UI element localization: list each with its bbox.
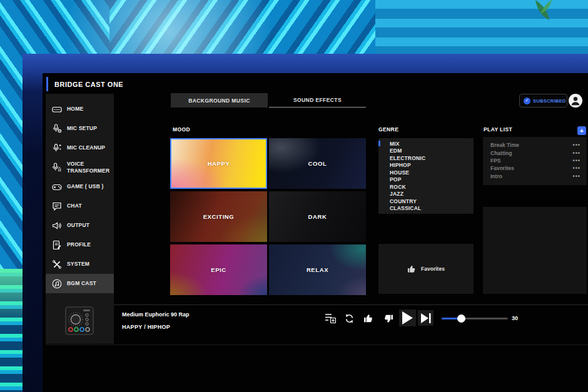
mood-tile-relax[interactable]: RELAX <box>269 244 366 295</box>
playlist-item-intro[interactable]: Intro ••• <box>483 173 587 180</box>
sidebar: HOME MIC SETUP MIC CLEANUP <box>46 94 114 344</box>
sidebar-item-voice-transformer[interactable]: VOICE TRANSFORMER <box>46 158 114 177</box>
tab-label: SOUND EFFECTS <box>293 97 342 103</box>
sidebar-item-output[interactable]: OUTPUT <box>46 216 114 235</box>
playlist-item-break-time[interactable]: Break Time ••• <box>483 141 587 149</box>
mood-tile-cool[interactable]: COOL <box>269 138 366 189</box>
sidebar-item-mic-cleanup[interactable]: MIC CLEANUP <box>46 138 114 158</box>
mood-tile-dark[interactable]: DARK <box>269 191 366 242</box>
subscribed-label: SUBSCRIBED <box>533 98 566 104</box>
voice-transformer-icon <box>52 163 62 173</box>
mood-tile-exciting[interactable]: EXCITING <box>170 191 267 242</box>
sidebar-item-mic-setup[interactable]: MIC SETUP <box>46 119 114 138</box>
genre-item-electronic[interactable]: ELECTRONIC <box>378 154 474 162</box>
shelf-glow <box>0 269 23 325</box>
genre-list: MIX EDM ELECTRONIC HIPHOP HOUSE POP ROCK… <box>378 138 474 214</box>
genre-item-house[interactable]: HOUSE <box>378 169 474 176</box>
genre-item-pop[interactable]: POP <box>378 176 474 184</box>
chat-bubble-icon <box>52 201 62 211</box>
sidebar-item-label: MIC SETUP <box>67 125 112 132</box>
mood-tile-label: EXCITING <box>203 213 235 220</box>
volume-value: 30 <box>512 315 518 321</box>
favorites-label: Favorites <box>421 266 445 272</box>
genre-item-classical[interactable]: CLASSICAL <box>378 205 474 213</box>
subscribed-badge[interactable]: ✓ SUBSCRIBED <box>519 94 567 108</box>
thumbs-down-icon <box>383 313 393 324</box>
mood-tile-happy[interactable]: HAPPY <box>170 138 267 189</box>
play-icon <box>402 311 413 324</box>
mic-cleanup-icon <box>52 143 62 153</box>
sidebar-item-bgm-cast[interactable]: BGM CAST <box>46 274 114 293</box>
title-accent-bar <box>46 77 48 91</box>
sidebar-item-label: CHAT <box>67 203 112 209</box>
sidebar-item-label: MIC CLEANUP <box>67 144 112 151</box>
playlist-item-favorites[interactable]: Favorites ••• <box>483 164 587 172</box>
device-icon <box>65 306 94 335</box>
window-bottom-edge <box>46 344 588 345</box>
tools-icon <box>52 259 62 269</box>
player-divider <box>114 304 588 305</box>
add-to-playlist-button[interactable] <box>325 313 336 324</box>
sidebar-item-label: HOME <box>67 106 112 113</box>
add-playlist-button[interactable]: + <box>577 126 586 135</box>
sidebar-item-system[interactable]: SYSTEM <box>46 254 114 274</box>
genre-item-rock[interactable]: ROCK <box>378 183 474 191</box>
playlist-panel: Break Time ••• Chatting ••• FPS ••• Favo… <box>483 137 587 185</box>
sidebar-item-label: SYSTEM <box>67 261 112 268</box>
skip-next-button[interactable] <box>418 310 433 326</box>
mic-setup-icon <box>52 124 62 134</box>
gamepad-icon <box>52 182 62 192</box>
sidebar-item-label: OUTPUT <box>67 222 112 229</box>
tab-background-music[interactable]: BACKGROUND MUSIC <box>171 93 268 108</box>
genre-item-country[interactable]: COUNTRY <box>378 198 474 205</box>
thumbs-down-button[interactable] <box>383 313 393 324</box>
playlist-section-label: PLAY LIST <box>484 126 512 133</box>
sidebar-item-label: PROFILE <box>67 241 112 248</box>
genre-item-edm[interactable]: EDM <box>378 148 474 155</box>
track-title: Medium Euphoric 90 Rap <box>122 311 190 318</box>
genre-section-label: GENRE <box>378 126 398 133</box>
tab-sound-effects[interactable]: SOUND EFFECTS <box>269 93 366 108</box>
sidebar-item-label: VOICE TRANSFORMER <box>67 161 112 174</box>
account-avatar[interactable] <box>569 94 582 108</box>
mood-tile-label: EPIC <box>211 266 226 273</box>
thumbs-up-button[interactable] <box>363 313 374 324</box>
genre-item-hiphop[interactable]: HIPHOP <box>378 162 474 169</box>
sidebar-item-label: BGM CAST <box>67 280 112 287</box>
speaker-icon <box>52 221 62 231</box>
bridge-cast-device-image <box>65 306 94 335</box>
track-tags: HAPPY / HIPHOP <box>122 324 170 330</box>
repeat-button[interactable] <box>344 313 355 324</box>
mood-section-label: MOOD <box>173 126 190 133</box>
favorites-button[interactable]: Favorites <box>378 244 474 294</box>
music-note-icon <box>52 279 62 289</box>
skip-next-icon <box>421 313 431 323</box>
genre-item-mix[interactable]: MIX <box>378 140 474 148</box>
sidebar-item-home[interactable]: HOME <box>46 99 114 119</box>
volume-slider-thumb[interactable] <box>457 314 465 323</box>
check-icon: ✓ <box>524 98 530 104</box>
sidebar-item-game-usb[interactable]: GAME ( USB ) <box>46 177 114 196</box>
mood-tile-epic[interactable]: EPIC <box>170 244 267 295</box>
tab-label: BACKGROUND MUSIC <box>188 98 250 104</box>
playlist-detail-panel <box>483 207 587 294</box>
mood-tile-label: HAPPY <box>208 160 230 167</box>
sidebar-item-chat[interactable]: CHAT <box>46 196 114 216</box>
playlist-add-icon <box>325 313 336 324</box>
sidebar-nav: HOME MIC SETUP MIC CLEANUP <box>46 99 114 293</box>
playlist-item-fps[interactable]: FPS ••• <box>483 157 587 164</box>
sidebar-item-label: GAME ( USB ) <box>67 183 112 190</box>
mood-tile-label: COOL <box>308 160 327 167</box>
mood-tile-label: DARK <box>308 213 327 220</box>
mood-tile-label: RELAX <box>307 266 328 273</box>
repeat-icon <box>344 313 355 324</box>
thumbs-up-icon <box>407 264 417 274</box>
play-button[interactable] <box>399 309 416 326</box>
app-title: BRIDGE CAST ONE <box>54 81 123 88</box>
person-icon <box>569 94 582 108</box>
plant-leaf <box>524 0 574 25</box>
playlist-item-chatting[interactable]: Chatting ••• <box>483 149 587 156</box>
sidebar-item-profile[interactable]: PROFILE <box>46 235 114 254</box>
thumbs-up-icon <box>363 313 374 324</box>
genre-item-jazz[interactable]: JAZZ <box>378 191 474 198</box>
